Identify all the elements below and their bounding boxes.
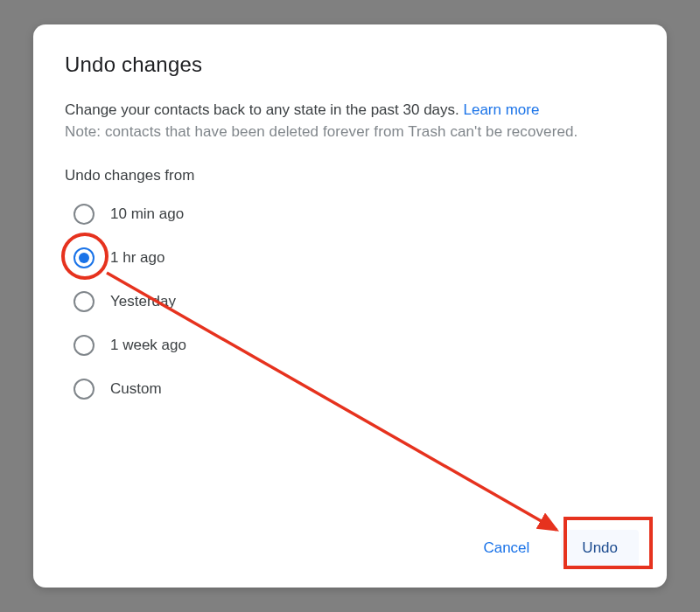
- radio-icon: [74, 379, 94, 400]
- dialog-actions: Cancel Undo: [65, 512, 639, 567]
- radio-label: Yesterday: [110, 293, 176, 310]
- radio-option-1week[interactable]: 1 week ago: [74, 335, 639, 356]
- radio-option-10min[interactable]: 10 min ago: [74, 204, 639, 225]
- dialog-title: Undo changes: [65, 52, 639, 77]
- radio-label: 10 min ago: [110, 205, 184, 223]
- radio-icon: [74, 204, 94, 225]
- radio-icon: [74, 291, 94, 312]
- description-text: Change your contacts back to any state i…: [65, 101, 464, 118]
- radio-icon: [74, 335, 94, 356]
- radio-label: 1 hr ago: [110, 249, 164, 267]
- radio-option-1hr[interactable]: 1 hr ago: [74, 247, 639, 268]
- cancel-button[interactable]: Cancel: [462, 530, 550, 567]
- undo-changes-dialog: Undo changes Change your contacts back t…: [33, 24, 667, 588]
- radio-option-custom[interactable]: Custom: [74, 379, 639, 400]
- learn-more-link[interactable]: Learn more: [464, 101, 540, 118]
- dialog-note: Note: contacts that have been deleted fo…: [65, 123, 639, 141]
- section-label: Undo changes from: [65, 167, 639, 184]
- radio-group: 10 min ago 1 hr ago Yesterday 1 week ago…: [65, 204, 639, 400]
- undo-button[interactable]: Undo: [561, 530, 639, 567]
- radio-icon: [74, 247, 94, 268]
- radio-label: Custom: [110, 380, 162, 398]
- radio-option-yesterday[interactable]: Yesterday: [74, 291, 639, 312]
- dialog-description: Change your contacts back to any state i…: [65, 100, 639, 122]
- radio-label: 1 week ago: [110, 337, 186, 354]
